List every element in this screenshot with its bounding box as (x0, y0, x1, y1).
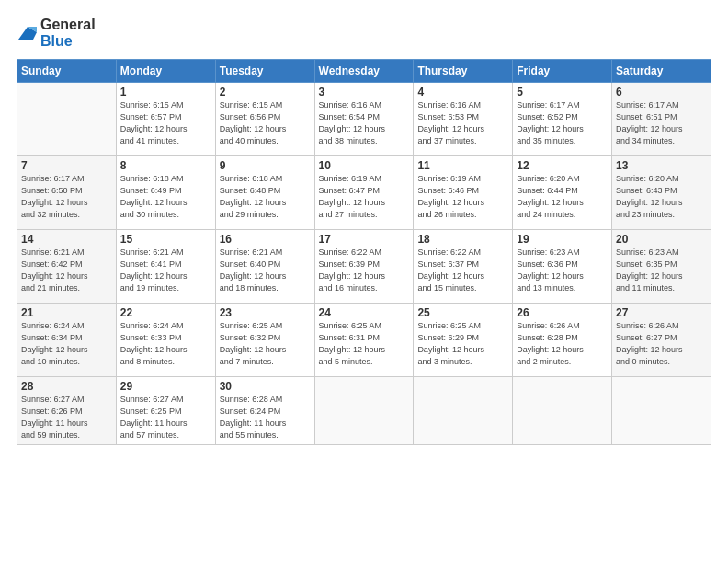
day-number: 27 (616, 306, 707, 319)
day-number: 12 (517, 159, 608, 172)
day-number: 2 (220, 86, 311, 98)
calendar-cell: 9Sunrise: 6:18 AM Sunset: 6:48 PM Daylig… (215, 156, 314, 230)
day-number: 16 (220, 233, 311, 246)
day-info: Sunrise: 6:23 AM Sunset: 6:35 PM Dayligh… (616, 247, 707, 294)
calendar-cell: 4Sunrise: 6:16 AM Sunset: 6:53 PM Daylig… (414, 83, 513, 156)
day-number: 3 (319, 86, 410, 98)
day-number: 29 (120, 380, 211, 393)
calendar-cell: 16Sunrise: 6:21 AM Sunset: 6:40 PM Dayli… (215, 230, 314, 304)
calendar-cell: 23Sunrise: 6:25 AM Sunset: 6:32 PM Dayli… (215, 304, 314, 377)
day-number: 11 (417, 159, 508, 172)
day-info: Sunrise: 6:20 AM Sunset: 6:44 PM Dayligh… (517, 173, 608, 221)
calendar-cell (612, 377, 711, 445)
logo-blue: Blue (40, 33, 73, 49)
calendar-cell: 17Sunrise: 6:22 AM Sunset: 6:39 PM Dayli… (314, 230, 414, 304)
calendar-cell: 20Sunrise: 6:23 AM Sunset: 6:35 PM Dayli… (612, 230, 711, 304)
weekday-header-row: SundayMondayTuesdayWednesdayThursdayFrid… (17, 60, 711, 83)
calendar-cell (17, 83, 117, 156)
day-number: 25 (417, 306, 508, 319)
day-number: 9 (220, 159, 311, 172)
logo-text: General Blue (40, 17, 96, 50)
weekday-header-monday: Monday (116, 60, 215, 83)
day-info: Sunrise: 6:28 AM Sunset: 6:24 PM Dayligh… (220, 394, 311, 442)
day-number: 8 (120, 159, 211, 172)
calendar-cell: 26Sunrise: 6:26 AM Sunset: 6:28 PM Dayli… (513, 304, 612, 377)
day-info: Sunrise: 6:17 AM Sunset: 6:51 PM Dayligh… (616, 99, 707, 147)
calendar-cell (314, 377, 414, 445)
day-number: 26 (517, 306, 608, 319)
day-number: 20 (616, 233, 707, 246)
week-row-2: 14Sunrise: 6:21 AM Sunset: 6:42 PM Dayli… (17, 230, 711, 304)
page: General Blue SundayMondayTuesdayWednesda… (0, 0, 728, 563)
calendar-cell: 3Sunrise: 6:16 AM Sunset: 6:54 PM Daylig… (314, 83, 414, 156)
day-info: Sunrise: 6:21 AM Sunset: 6:41 PM Dayligh… (120, 247, 211, 294)
day-info: Sunrise: 6:21 AM Sunset: 6:40 PM Dayligh… (220, 247, 311, 294)
calendar-cell: 7Sunrise: 6:17 AM Sunset: 6:50 PM Daylig… (17, 156, 117, 230)
day-number: 1 (120, 86, 211, 98)
day-info: Sunrise: 6:25 AM Sunset: 6:29 PM Dayligh… (417, 320, 508, 368)
calendar-cell: 5Sunrise: 6:17 AM Sunset: 6:52 PM Daylig… (513, 83, 612, 156)
calendar-cell: 21Sunrise: 6:24 AM Sunset: 6:34 PM Dayli… (17, 304, 117, 377)
logo: General Blue (17, 17, 96, 50)
day-info: Sunrise: 6:15 AM Sunset: 6:57 PM Dayligh… (120, 99, 211, 147)
day-number: 28 (21, 380, 112, 393)
calendar-cell: 10Sunrise: 6:19 AM Sunset: 6:47 PM Dayli… (314, 156, 414, 230)
calendar: SundayMondayTuesdayWednesdayThursdayFrid… (17, 59, 711, 445)
week-row-0: 1Sunrise: 6:15 AM Sunset: 6:57 PM Daylig… (17, 83, 711, 156)
day-info: Sunrise: 6:19 AM Sunset: 6:47 PM Dayligh… (319, 173, 410, 221)
day-number: 6 (616, 86, 707, 98)
day-number: 18 (417, 233, 508, 246)
day-info: Sunrise: 6:16 AM Sunset: 6:54 PM Dayligh… (319, 99, 410, 147)
day-info: Sunrise: 6:18 AM Sunset: 6:49 PM Dayligh… (120, 173, 211, 221)
day-info: Sunrise: 6:17 AM Sunset: 6:50 PM Dayligh… (21, 173, 112, 221)
day-number: 15 (120, 233, 211, 246)
calendar-cell: 24Sunrise: 6:25 AM Sunset: 6:31 PM Dayli… (314, 304, 414, 377)
calendar-cell (513, 377, 612, 445)
calendar-cell: 19Sunrise: 6:23 AM Sunset: 6:36 PM Dayli… (513, 230, 612, 304)
week-row-4: 28Sunrise: 6:27 AM Sunset: 6:26 PM Dayli… (17, 377, 711, 445)
day-number: 23 (220, 306, 311, 319)
calendar-cell: 15Sunrise: 6:21 AM Sunset: 6:41 PM Dayli… (116, 230, 215, 304)
day-number: 13 (616, 159, 707, 172)
calendar-cell: 12Sunrise: 6:20 AM Sunset: 6:44 PM Dayli… (513, 156, 612, 230)
day-info: Sunrise: 6:18 AM Sunset: 6:48 PM Dayligh… (220, 173, 311, 221)
day-info: Sunrise: 6:27 AM Sunset: 6:26 PM Dayligh… (21, 394, 112, 442)
day-number: 21 (21, 306, 112, 319)
header: General Blue (17, 17, 711, 50)
weekday-header-wednesday: Wednesday (314, 60, 414, 83)
calendar-cell: 25Sunrise: 6:25 AM Sunset: 6:29 PM Dayli… (414, 304, 513, 377)
day-info: Sunrise: 6:25 AM Sunset: 6:32 PM Dayligh… (220, 320, 311, 368)
day-number: 24 (319, 306, 410, 319)
day-info: Sunrise: 6:22 AM Sunset: 6:37 PM Dayligh… (417, 247, 508, 294)
calendar-cell (414, 377, 513, 445)
day-number: 5 (517, 86, 608, 98)
day-info: Sunrise: 6:27 AM Sunset: 6:25 PM Dayligh… (120, 394, 211, 442)
day-info: Sunrise: 6:19 AM Sunset: 6:46 PM Dayligh… (417, 173, 508, 221)
day-info: Sunrise: 6:15 AM Sunset: 6:56 PM Dayligh… (220, 99, 311, 147)
day-info: Sunrise: 6:16 AM Sunset: 6:53 PM Dayligh… (417, 99, 508, 147)
logo-general: General (40, 17, 96, 32)
day-number: 19 (517, 233, 608, 246)
day-number: 4 (417, 86, 508, 98)
calendar-cell: 8Sunrise: 6:18 AM Sunset: 6:49 PM Daylig… (116, 156, 215, 230)
calendar-cell: 28Sunrise: 6:27 AM Sunset: 6:26 PM Dayli… (17, 377, 117, 445)
calendar-cell: 27Sunrise: 6:26 AM Sunset: 6:27 PM Dayli… (612, 304, 711, 377)
day-info: Sunrise: 6:25 AM Sunset: 6:31 PM Dayligh… (319, 320, 410, 368)
day-number: 17 (319, 233, 410, 246)
calendar-cell: 13Sunrise: 6:20 AM Sunset: 6:43 PM Dayli… (612, 156, 711, 230)
calendar-cell: 1Sunrise: 6:15 AM Sunset: 6:57 PM Daylig… (116, 83, 215, 156)
weekday-header-sunday: Sunday (17, 60, 117, 83)
day-info: Sunrise: 6:17 AM Sunset: 6:52 PM Dayligh… (517, 99, 608, 147)
calendar-cell: 30Sunrise: 6:28 AM Sunset: 6:24 PM Dayli… (215, 377, 314, 445)
day-number: 14 (21, 233, 112, 246)
day-info: Sunrise: 6:22 AM Sunset: 6:39 PM Dayligh… (319, 247, 410, 294)
calendar-cell: 2Sunrise: 6:15 AM Sunset: 6:56 PM Daylig… (215, 83, 314, 156)
calendar-cell: 29Sunrise: 6:27 AM Sunset: 6:25 PM Dayli… (116, 377, 215, 445)
week-row-1: 7Sunrise: 6:17 AM Sunset: 6:50 PM Daylig… (17, 156, 711, 230)
day-info: Sunrise: 6:26 AM Sunset: 6:28 PM Dayligh… (517, 320, 608, 368)
calendar-cell: 6Sunrise: 6:17 AM Sunset: 6:51 PM Daylig… (612, 83, 711, 156)
day-info: Sunrise: 6:21 AM Sunset: 6:42 PM Dayligh… (21, 247, 112, 294)
day-number: 22 (120, 306, 211, 319)
calendar-cell: 18Sunrise: 6:22 AM Sunset: 6:37 PM Dayli… (414, 230, 513, 304)
day-info: Sunrise: 6:26 AM Sunset: 6:27 PM Dayligh… (616, 320, 707, 368)
